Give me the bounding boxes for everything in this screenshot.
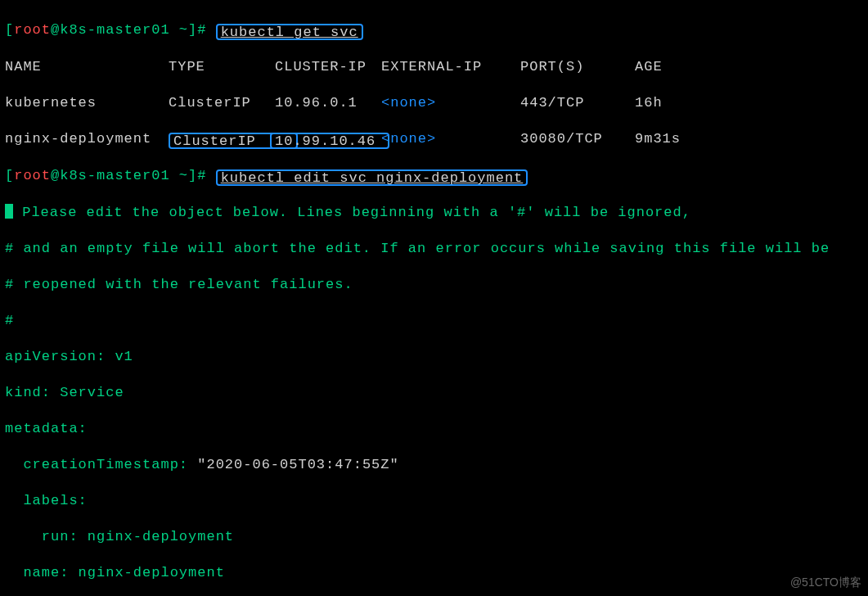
- comment-text: and an empty file will abort the edit. I…: [14, 241, 830, 256]
- command-1: kubectl get svc: [221, 25, 358, 40]
- prompt-line-1: [root@k8s-master01 ~]# kubectl get svc: [5, 21, 863, 40]
- yaml-line: run: nginx-deployment: [5, 528, 863, 546]
- yaml-apiversion: apiVersion: v1: [5, 349, 133, 364]
- row-ports: 443/TCP: [520, 94, 635, 112]
- row-name: nginx-deployment: [5, 130, 169, 148]
- prompt-line-2: [root@k8s-master01 ~]# kubectl edit svc …: [5, 167, 863, 186]
- yaml-metadata: metadata:: [5, 421, 88, 436]
- prompt-user: root: [14, 22, 51, 38]
- yaml-line: kind: Service: [5, 384, 863, 402]
- header-ports: PORT(S): [520, 58, 635, 76]
- yaml-line: creationTimestamp: "2020-06-05T03:47:55Z…: [5, 456, 863, 474]
- row-type: ClusterIP: [173, 133, 256, 149]
- table-header: NAMETYPECLUSTER-IPEXTERNAL-IPPORT(S)AGE: [5, 58, 863, 76]
- yaml-label-run: run: nginx-deployment: [5, 529, 234, 544]
- row-external-ip: <none>: [381, 94, 520, 112]
- yaml-comment: #: [5, 312, 863, 330]
- watermark: @51CTO博客: [790, 573, 861, 591]
- row-type: ClusterIP: [169, 94, 275, 112]
- terminal[interactable]: [root@k8s-master01 ~]# kubectl get svc N…: [0, 0, 868, 596]
- row-external-ip: <none>: [381, 130, 520, 148]
- command-box-1: kubectl get svc: [216, 24, 363, 40]
- table-row: kubernetesClusterIP10.96.0.1<none>443/TC…: [5, 94, 863, 112]
- command-2: kubectl edit svc nginx-deployment: [221, 170, 524, 186]
- yaml-comment: Please edit the object below. Lines begi…: [5, 204, 863, 222]
- row-type-boxed: ClusterIP 10.99.10.46: [169, 130, 275, 149]
- header-cluster-ip: CLUSTER-IP: [275, 58, 381, 76]
- row-age: 9m31s: [635, 130, 700, 148]
- row-age: 16h: [635, 94, 700, 112]
- yaml-line: apiVersion: v1: [5, 348, 863, 366]
- header-age: AGE: [635, 58, 700, 76]
- yaml-labels: labels:: [5, 493, 88, 508]
- header-name: NAME: [5, 58, 169, 76]
- yaml-line: metadata:: [5, 420, 863, 438]
- command-box-2: kubectl edit svc nginx-deployment: [216, 169, 528, 186]
- yaml-creationtimestamp-key: creationTimestamp:: [5, 457, 197, 472]
- row-cluster-ip: 10.96.0.1: [275, 94, 381, 112]
- yaml-kind: kind: Service: [5, 385, 124, 400]
- comment-text: Please edit the object below. Lines begi…: [13, 205, 691, 220]
- yaml-line: labels:: [5, 492, 863, 510]
- yaml-line: name: nginx-deployment: [5, 564, 863, 582]
- row-cluster-ip: 10.99.10.46: [275, 133, 376, 149]
- yaml-name: name: nginx-deployment: [5, 565, 225, 580]
- comment-text: reopened with the relevant failures.: [14, 277, 353, 292]
- row-name: kubernetes: [5, 94, 169, 112]
- row-ports: 30080/TCP: [520, 130, 635, 148]
- header-type: TYPE: [169, 58, 275, 76]
- prompt-user: root: [14, 168, 51, 183]
- row-cluster-ip-cell: 10.99.10.46: [275, 130, 381, 149]
- prompt-host: k8s-master01: [60, 168, 169, 183]
- table-row: nginx-deploymentClusterIP 10.99.10.4610.…: [5, 130, 863, 149]
- prompt-path: ~: [179, 168, 188, 183]
- yaml-comment: # and an empty file will abort the edit.…: [5, 240, 863, 258]
- yaml-creationtimestamp-val: "2020-06-05T03:47:55Z": [197, 457, 398, 472]
- prompt-path: ~: [179, 22, 188, 38]
- cursor: [5, 204, 13, 219]
- prompt-host: k8s-master01: [60, 22, 169, 38]
- header-external-ip: EXTERNAL-IP: [381, 58, 520, 76]
- yaml-comment: # reopened with the relevant failures.: [5, 276, 863, 294]
